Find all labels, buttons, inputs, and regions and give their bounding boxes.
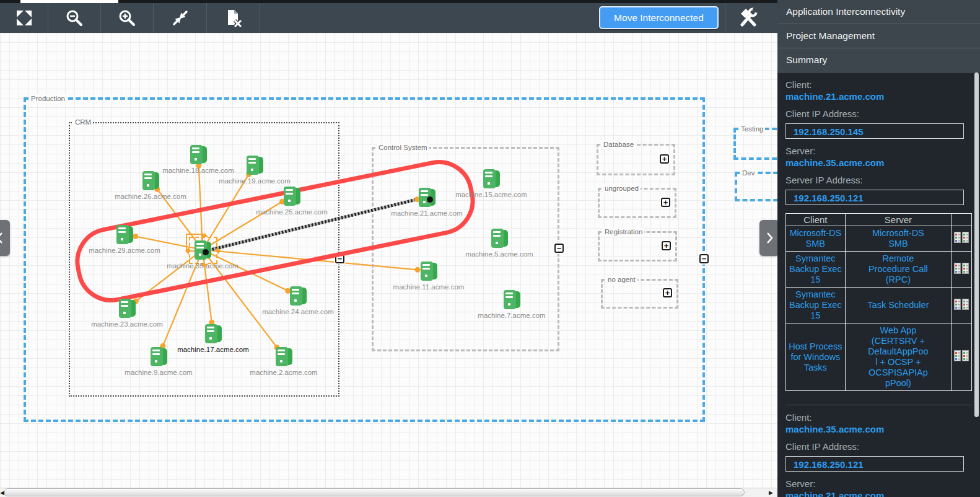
client-ip-field[interactable]: 192.168.250.121	[785, 456, 964, 472]
server-icon	[491, 229, 508, 248]
collapse-group-button[interactable]: −	[554, 244, 564, 253]
client-service-cell[interactable]: Symantec Backup Exec 15	[786, 252, 846, 288]
service-detail-grid-icon[interactable]	[954, 232, 969, 243]
expand-group-button[interactable]: +	[661, 198, 670, 207]
collapse-group-button[interactable]: −	[699, 254, 709, 263]
client-service-cell[interactable]: Symantec Backup Exec 15	[786, 288, 846, 323]
connection-endpoint-dot	[427, 196, 433, 203]
server-service-cell[interactable]: Remote Procedure Call (RPC)	[845, 252, 952, 288]
topology-canvas[interactable]: Production−CRM−Control System−Database+u…	[0, 33, 777, 488]
tools-button[interactable]	[731, 3, 765, 33]
server-icon	[421, 262, 437, 281]
scroll-left-arrow-icon[interactable]: ◀	[0, 489, 4, 496]
machine-node[interactable]: machine.25.acme.com	[284, 187, 300, 206]
machine-label: machine.23.acme.com	[91, 320, 163, 328]
machine-node[interactable]: machine.35.acme.com	[195, 240, 211, 260]
move-interconnected-button[interactable]: Move Interconnected	[599, 6, 719, 29]
zoom-out-button[interactable]	[48, 3, 100, 33]
machine-label: machine.25.acme.com	[256, 208, 328, 216]
machine-label: machine.7.acme.com	[478, 312, 545, 319]
client-ip-field[interactable]: 192.168.250.145	[785, 123, 964, 139]
group-dev[interactable]: Dev	[735, 172, 777, 201]
client-service-cell[interactable]: Host Process for Windows Tasks	[786, 323, 846, 391]
server-service-cell[interactable]: Web App (CERTSRV + DefaultAppPool + OCSP…	[845, 323, 952, 391]
machine-node[interactable]: machine.17.acme.com	[205, 324, 222, 343]
client-ip-label: Client IP Address:	[785, 108, 972, 119]
machine-node[interactable]: machine.24.acme.com	[290, 286, 307, 306]
machine-label: machine.19.acme.com	[219, 177, 291, 185]
sidebar-header-project-management[interactable]: Project Management	[777, 24, 980, 48]
column-header-actions	[952, 214, 972, 226]
server-icon	[205, 324, 222, 343]
machine-node[interactable]: machine.7.acme.com	[504, 290, 520, 309]
machine-label: machine.29.acme.com	[89, 247, 160, 254]
fullscreen-button[interactable]	[0, 3, 48, 33]
server-machine-link[interactable]: machine.21.acme.com	[785, 490, 972, 497]
summary-panel: Client:machine.21.acme.comClient IP Addr…	[777, 73, 980, 497]
group-label: CRM	[73, 118, 93, 127]
zoom-in-button[interactable]	[101, 3, 153, 33]
client-ip-label: Client IP Address:	[785, 441, 972, 452]
machine-node[interactable]: machine.23.acme.com	[119, 299, 136, 318]
client-service-cell[interactable]: Microsoft-DS SMB	[786, 226, 846, 252]
sidebar: Application Interconnectivity Project Ma…	[777, 0, 980, 497]
expand-group-button[interactable]: +	[660, 154, 669, 164]
machine-node[interactable]: machine.18.acme.com	[190, 145, 207, 164]
service-detail-grid-icon[interactable]	[954, 263, 969, 274]
section-divider	[785, 405, 972, 405]
machine-node[interactable]: machine.11.acme.com	[421, 262, 437, 281]
hammer-wrench-icon	[737, 7, 759, 29]
expand-group-button[interactable]: +	[662, 241, 671, 250]
machine-node[interactable]: machine.9.acme.com	[151, 347, 167, 366]
service-row: Symantec Backup Exec 15Remote Procedure …	[786, 252, 972, 288]
expand-group-button[interactable]: +	[663, 288, 672, 297]
server-icon	[290, 286, 307, 306]
machine-label: machine.18.acme.com	[162, 167, 234, 174]
zoom-in-icon	[118, 9, 136, 27]
group-label: Registration	[603, 227, 644, 237]
group-registration[interactable]: Registration+	[598, 231, 677, 262]
machine-node[interactable]: machine.26.acme.com	[142, 171, 159, 190]
server-machine-link[interactable]: machine.35.acme.com	[785, 157, 972, 168]
machine-node[interactable]: machine.15.acme.com	[483, 169, 500, 188]
group-label: no agent	[606, 275, 637, 284]
service-detail-grid-icon[interactable]	[954, 350, 969, 361]
server-icon	[483, 169, 500, 188]
machine-node[interactable]: machine.5.acme.com	[491, 229, 508, 248]
sidebar-header-application-interconnectivity[interactable]: Application Interconnectivity	[777, 0, 980, 24]
collapse-connections-button[interactable]	[154, 3, 206, 33]
connection-endpoint-dot	[203, 249, 209, 255]
group-ungrouped[interactable]: ungrouped+	[598, 188, 676, 218]
group-no-agent[interactable]: no agent+	[601, 279, 678, 309]
group-testing[interactable]: Testing	[733, 128, 777, 160]
pan-left-tab[interactable]	[0, 220, 10, 256]
horizontal-scrollbar-thumb[interactable]	[4, 488, 745, 496]
group-label: ungrouped	[603, 184, 641, 193]
machine-label: machine.26.acme.com	[115, 193, 186, 200]
services-table-header-row: ClientServer	[786, 214, 972, 226]
machine-node[interactable]: machine.21.acme.com	[419, 188, 435, 207]
client-label: Client:	[785, 79, 972, 90]
machine-label: machine.11.acme.com	[393, 283, 465, 291]
machine-label: machine.24.acme.com	[262, 308, 334, 315]
sidebar-scrollbar-thumb[interactable]	[974, 73, 979, 417]
server-ip-label: Server IP Address:	[785, 175, 972, 185]
machine-node[interactable]: machine.19.acme.com	[247, 156, 263, 175]
service-detail-grid-icon[interactable]	[954, 299, 969, 310]
service-row: Symantec Backup Exec 15Task Scheduler	[786, 288, 972, 323]
machine-node[interactable]: machine.29.acme.com	[116, 225, 133, 244]
sidebar-header-summary[interactable]: Summary	[777, 48, 980, 73]
machine-node[interactable]: machine.2.acme.com	[276, 347, 292, 366]
client-machine-link[interactable]: machine.35.acme.com	[785, 424, 972, 434]
server-service-cell[interactable]: Task Scheduler	[845, 288, 952, 323]
toolbar-divider	[725, 3, 725, 33]
server-icon	[190, 145, 207, 164]
pan-right-tab[interactable]	[759, 220, 777, 256]
client-machine-link[interactable]: machine.21.acme.com	[785, 91, 972, 102]
server-service-cell[interactable]: Microsoft-DS SMB	[845, 226, 952, 252]
server-ip-field[interactable]: 192.168.250.121	[785, 190, 964, 205]
group-database[interactable]: Database+	[597, 144, 675, 175]
clear-document-button[interactable]	[207, 3, 260, 33]
scroll-right-arrow-icon[interactable]: ▶	[769, 489, 773, 496]
server-label: Server:	[785, 478, 972, 489]
